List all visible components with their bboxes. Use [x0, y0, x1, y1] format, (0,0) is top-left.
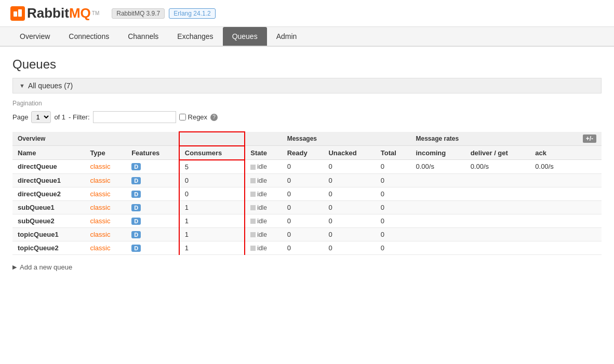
d-badge: D [131, 231, 141, 238]
plus-minus-button[interactable]: +/- [569, 132, 602, 146]
nav-item-exchanges[interactable]: Exchanges [168, 27, 222, 46]
cell-spacer [569, 160, 602, 174]
cell-name[interactable]: subQueue1 [12, 200, 85, 214]
nav-link-exchanges[interactable]: Exchanges [168, 27, 222, 46]
nav-item-channels[interactable]: Channels [118, 27, 168, 46]
add-queue-section[interactable]: ▶ Add a new queue [12, 263, 602, 271]
d-badge: D [131, 218, 141, 225]
table-row[interactable]: directQueue2 classic D 0 idle 0 0 0 [12, 187, 602, 200]
cell-incoming: 0.00/s [410, 160, 465, 174]
nav-item-overview[interactable]: Overview [10, 27, 59, 46]
cell-name[interactable]: subQueue2 [12, 214, 85, 227]
cell-state: idle [245, 227, 282, 241]
cell-ack [530, 227, 569, 241]
pagination-label: Pagination [12, 100, 602, 107]
table-row[interactable]: directQueue classic D 5 idle 0 0 0 0.00/… [12, 160, 602, 174]
main-nav: Overview Connections Channels Exchanges … [0, 27, 614, 47]
col-unacked-header: Unacked [323, 146, 375, 160]
state-icon [250, 219, 256, 224]
cell-total: 0 [376, 214, 411, 227]
state-label: idle [257, 177, 267, 184]
cell-ack: 0.00/s [530, 160, 569, 174]
cell-features: D [126, 160, 179, 174]
cell-deliver-get [465, 227, 530, 241]
plus-minus-label[interactable]: +/- [583, 134, 596, 143]
cell-spacer [569, 187, 602, 200]
cell-ack [530, 214, 569, 227]
cell-consumers: 0 [179, 187, 245, 200]
table-row[interactable]: directQueue1 classic D 0 idle 0 0 0 [12, 173, 602, 187]
filter-label: - Filter: [69, 113, 89, 121]
state-label: idle [257, 218, 267, 225]
filter-input[interactable] [93, 111, 176, 123]
state-label: idle [257, 163, 267, 170]
nav-link-channels[interactable]: Channels [118, 27, 168, 46]
cell-total: 0 [376, 227, 411, 241]
cell-type: classic [85, 187, 126, 200]
nav-item-queues[interactable]: Queues [223, 27, 267, 46]
logo: RabbitMQTM [10, 5, 99, 21]
cell-unacked: 0 [323, 160, 375, 174]
cell-type: classic [85, 200, 126, 214]
help-icon[interactable]: ? [210, 114, 218, 121]
pagination-controls: Page 1 of 1 - Filter: Regex ? [12, 111, 602, 123]
cell-state: idle [245, 173, 282, 187]
cell-deliver-get: 0.00/s [465, 160, 530, 174]
cell-type: classic [85, 227, 126, 241]
col-spacer-header [569, 146, 602, 160]
all-queues-section[interactable]: ▼ All queues (7) [12, 78, 602, 93]
svg-rect-0 [14, 11, 17, 17]
add-queue-label: Add a new queue [20, 263, 72, 271]
group-messages-header: Messages [282, 132, 411, 146]
nav-link-admin[interactable]: Admin [267, 27, 306, 46]
cell-name[interactable]: directQueue [12, 160, 85, 174]
state-icon [250, 232, 256, 237]
group-state-header-spacer [245, 132, 282, 146]
col-features-header: Features [126, 146, 179, 160]
table-row[interactable]: subQueue1 classic D 1 idle 0 0 0 [12, 200, 602, 214]
state-icon [250, 192, 256, 197]
cell-type: classic [85, 173, 126, 187]
state-label: idle [257, 191, 267, 198]
cell-incoming [410, 173, 465, 187]
cell-name[interactable]: directQueue1 [12, 173, 85, 187]
cell-spacer [569, 214, 602, 227]
logo-mq: MQ [69, 5, 91, 21]
section-arrow-icon: ▼ [19, 83, 25, 89]
page-title: Queues [12, 57, 602, 72]
header: RabbitMQTM RabbitMQ 3.9.7 Erlang 24.1.2 [0, 0, 614, 27]
page-select[interactable]: 1 [31, 111, 51, 123]
col-ready-header: Ready [282, 146, 324, 160]
regex-checkbox[interactable] [179, 114, 186, 120]
cell-spacer [569, 200, 602, 214]
cell-ready: 0 [282, 214, 324, 227]
cell-ready: 0 [282, 241, 324, 254]
cell-consumers: 1 [179, 200, 245, 214]
cell-total: 0 [376, 241, 411, 254]
nav-item-connections[interactable]: Connections [59, 27, 118, 46]
cell-deliver-get [465, 241, 530, 254]
state-icon [250, 165, 256, 170]
table-group-header-row: Overview Messages Message rates +/- [12, 132, 602, 146]
table-row[interactable]: topicQueue1 classic D 1 idle 0 0 0 [12, 227, 602, 241]
cell-type: classic [85, 214, 126, 227]
erlang-version-badge: Erlang 24.1.2 [169, 8, 215, 19]
cell-name[interactable]: directQueue2 [12, 187, 85, 200]
cell-state: idle [245, 200, 282, 214]
cell-incoming [410, 187, 465, 200]
table-row[interactable]: subQueue2 classic D 1 idle 0 0 0 [12, 214, 602, 227]
cell-name[interactable]: topicQueue2 [12, 241, 85, 254]
nav-link-queues[interactable]: Queues [223, 27, 267, 46]
cell-ack [530, 200, 569, 214]
cell-name[interactable]: topicQueue1 [12, 227, 85, 241]
cell-consumers: 5 [179, 160, 245, 174]
page-label: Page [12, 113, 28, 121]
cell-type: classic [85, 241, 126, 254]
svg-rect-1 [18, 9, 22, 17]
nav-item-admin[interactable]: Admin [267, 27, 306, 46]
cell-ready: 0 [282, 227, 324, 241]
nav-link-overview[interactable]: Overview [10, 27, 59, 46]
cell-unacked: 0 [323, 173, 375, 187]
table-row[interactable]: topicQueue2 classic D 1 idle 0 0 0 [12, 241, 602, 254]
nav-link-connections[interactable]: Connections [59, 27, 118, 46]
